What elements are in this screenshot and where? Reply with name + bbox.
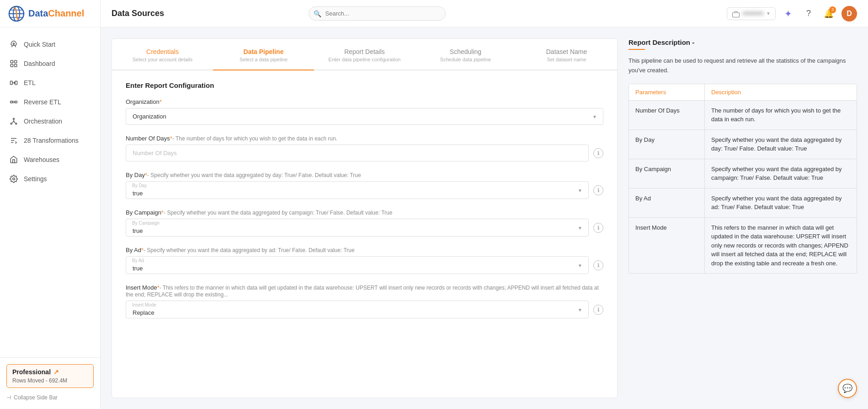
help-button[interactable]: ?: [801, 6, 816, 21]
wizard-step-credentials-title: Credentials: [112, 48, 213, 55]
table-row: By Day Specify whether you want the data…: [629, 130, 857, 159]
account-selector[interactable]: •••••••••• ▼: [727, 7, 776, 20]
etl-icon: [9, 78, 18, 87]
ai-button[interactable]: ✦: [781, 6, 796, 21]
form-group-by-campaign: By Campaign*- Specify whether you want t…: [126, 209, 603, 237]
by-ad-info-icon[interactable]: ℹ: [593, 260, 603, 270]
insert-mode-info-icon[interactable]: ℹ: [593, 305, 603, 315]
logo-area: DataChannel: [0, 0, 100, 27]
organization-select-wrap: Organization: [126, 108, 603, 125]
reverse-etl-icon: [9, 97, 18, 107]
sidebar-item-settings[interactable]: Settings: [0, 169, 100, 188]
sidebar-item-etl[interactable]: ETL: [0, 73, 100, 92]
search-icon: 🔍: [314, 10, 321, 17]
by-day-select[interactable]: true false: [126, 181, 589, 199]
wizard-step-dataset-name[interactable]: Dataset Name Set dataset name: [516, 48, 617, 70]
sidebar-item-transformations[interactable]: 28 Transformations: [0, 131, 100, 150]
description-underline: [628, 49, 645, 50]
dashboard-icon: [9, 59, 18, 68]
form-group-insert-mode: Insert Mode*- This refers to the manner …: [126, 284, 603, 318]
search-input[interactable]: [309, 6, 446, 21]
header-right: •••••••••• ▼ ✦ ? 🔔 3 D: [727, 6, 857, 22]
wizard-step-scheduling-subtitle: Schedule data pipeline: [415, 57, 516, 62]
page-body: Credentials Select your account details …: [101, 27, 868, 409]
by-ad-row: By Ad true false ℹ: [126, 256, 603, 274]
table-cell-desc-0: The number of days for which you wish to…: [705, 101, 857, 129]
by-campaign-select[interactable]: true false: [126, 219, 589, 237]
table-cell-desc-4: This refers to the manner in which data …: [705, 218, 857, 274]
form-group-organization: Organization* Organization: [126, 98, 603, 125]
number-of-days-info-icon[interactable]: ℹ: [593, 148, 603, 158]
svg-point-16: [16, 123, 17, 124]
by-ad-select[interactable]: true false: [126, 256, 589, 274]
rocket-icon: [9, 40, 18, 49]
wizard-step-credentials-subtitle: Select your account details: [112, 57, 213, 62]
wizard-step-report-details-subtitle: Enter data pipeline configuration: [314, 57, 415, 62]
notification-badge: 3: [829, 6, 836, 13]
main-content: Data Sources 🔍 •••••••••• ▼ ✦ ? 🔔: [101, 0, 868, 409]
chat-button[interactable]: 💬: [838, 379, 857, 398]
description-table: Parameters Description Number Of Days Th…: [628, 84, 857, 274]
insert-mode-row: Insert Mode Replace UPSERT APPEND ℹ: [126, 301, 603, 318]
sidebar-item-label-quick-start: Quick Start: [24, 41, 55, 48]
header: Data Sources 🔍 •••••••••• ▼ ✦ ? 🔔: [101, 0, 868, 27]
wizard-step-data-pipeline[interactable]: Data Pipeline Select a data pipeline: [213, 48, 314, 70]
by-day-row: By Day true false ℹ: [126, 181, 603, 199]
insert-mode-select[interactable]: Replace UPSERT APPEND: [126, 301, 589, 318]
description-table-header: Parameters Description: [629, 84, 857, 101]
table-row: Insert Mode This refers to the manner in…: [629, 218, 857, 274]
sidebar-item-label-reverse-etl: Reverse ETL: [24, 98, 61, 106]
chat-icon: 💬: [842, 383, 852, 393]
settings-icon: [9, 174, 18, 183]
svg-rect-18: [732, 12, 739, 17]
plan-rows: Rows Moved - 692.4M: [12, 377, 88, 384]
table-cell-desc-2: Specify whether you want the data aggreg…: [705, 159, 857, 188]
description-text: This pipeline can be used to request and…: [628, 56, 857, 75]
by-campaign-label: By Campaign*- Specify whether you want t…: [126, 209, 603, 216]
form-panel: Credentials Select your account details …: [112, 38, 618, 398]
collapse-icon: ⊣: [6, 394, 11, 401]
account-chevron-icon: ▼: [766, 11, 771, 16]
form-group-by-day: By Day*- Specify whether you want the da…: [126, 172, 603, 199]
sidebar-item-reverse-etl[interactable]: Reverse ETL: [0, 92, 100, 112]
notifications-button[interactable]: 🔔 3: [821, 6, 836, 21]
avatar[interactable]: D: [841, 6, 857, 22]
svg-rect-8: [11, 65, 13, 67]
sidebar-item-label-warehouses: Warehouses: [24, 156, 59, 163]
svg-point-17: [13, 178, 15, 180]
wizard-step-scheduling[interactable]: Scheduling Schedule data pipeline: [415, 48, 516, 70]
organization-select[interactable]: Organization: [126, 108, 603, 125]
table-cell-param-4: Insert Mode: [629, 218, 705, 274]
by-day-info-icon[interactable]: ℹ: [593, 185, 603, 195]
wizard-step-data-pipeline-title: Data Pipeline: [213, 48, 314, 55]
nav-items: Quick Start Dashboard: [0, 27, 100, 357]
svg-rect-6: [11, 60, 13, 63]
by-day-label: By Day*- Specify whether you want the da…: [126, 172, 603, 178]
description-title: Report Description -: [628, 38, 857, 46]
by-campaign-row: By Campaign true false ℹ: [126, 219, 603, 237]
sidebar-item-dashboard[interactable]: Dashboard: [0, 54, 100, 73]
wizard-step-data-pipeline-subtitle: Select a data pipeline: [213, 57, 314, 62]
plan-external-icon: ↗: [53, 368, 59, 376]
sidebar-item-label-settings: Settings: [24, 175, 47, 183]
table-cell-param-1: By Day: [629, 130, 705, 159]
plan-label: Professional ↗: [12, 368, 88, 376]
sidebar-item-warehouses[interactable]: Warehouses: [0, 150, 100, 169]
sidebar-item-quick-start[interactable]: Quick Start: [0, 35, 100, 54]
wizard-step-credentials[interactable]: Credentials Select your account details: [112, 48, 213, 70]
form-area: Enter Report Configuration Organization*…: [112, 70, 617, 339]
collapse-sidebar-button[interactable]: ⊣ Collapse Side Bar: [6, 393, 94, 403]
by-campaign-info-icon[interactable]: ℹ: [593, 223, 603, 233]
number-of-days-label: Number Of Days*- The number of days for …: [126, 135, 603, 142]
wizard-step-report-details[interactable]: Report Details Enter data pipeline confi…: [314, 48, 415, 70]
svg-rect-9: [15, 65, 17, 67]
table-cell-param-3: By Ad: [629, 188, 705, 217]
svg-rect-10: [11, 81, 13, 85]
table-cell-desc-3: Specify whether you want the data aggreg…: [705, 188, 857, 217]
table-header-description: Description: [705, 84, 857, 100]
svg-rect-7: [15, 60, 17, 63]
sidebar-item-label-dashboard: Dashboard: [24, 60, 55, 67]
number-of-days-input[interactable]: [126, 145, 589, 161]
wizard-step-report-details-title: Report Details: [314, 48, 415, 55]
sidebar-item-orchestration[interactable]: Orchestration: [0, 112, 100, 131]
